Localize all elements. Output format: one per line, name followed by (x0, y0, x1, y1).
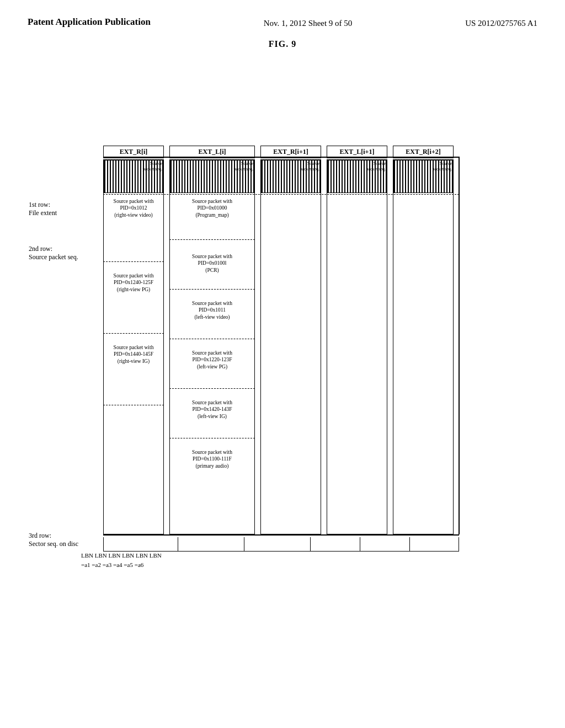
bracket-top-line (103, 157, 459, 158)
seq-label-ri2: Source packet seq. (393, 161, 453, 172)
patent-number: US 2012/0275765 A1 (465, 17, 537, 28)
pkt-li-6: Source packet withPID=0x1100-111F(primar… (170, 449, 254, 469)
pkt-li-2: Source packet withPID=0x0100l(PCR) (170, 253, 254, 274)
col-box-ext-ri1 (260, 159, 321, 534)
page-header: Patent Application Publication Nov. 1, 2… (0, 0, 565, 34)
bracket-right-line (459, 157, 460, 534)
dashed-row2-bottom (103, 534, 459, 535)
figure-title: FIG. 9 (0, 39, 565, 49)
pkt-li-4: Source packet withPID=0x1220-123F(left-v… (170, 350, 254, 370)
col-box-ext-ri2 (393, 159, 454, 534)
seq-label-ri: Source packet seq. (104, 161, 163, 172)
dash-ri-2 (103, 333, 164, 334)
row3-label: 3rd row: Sector seq. on disc (29, 532, 78, 548)
dash-li-4 (169, 388, 255, 389)
seq-label-li1: Source packet seq. (327, 161, 387, 172)
publication-title: Patent Application Publication (28, 17, 151, 28)
dash-li-2 (169, 289, 255, 290)
lbn-tick-2 (178, 537, 178, 551)
dash-ri-3 (103, 405, 164, 405)
dash-li-5 (169, 438, 255, 438)
lbn-tick-3 (244, 537, 244, 551)
dash-li-3 (169, 339, 255, 339)
lbn-tick-5 (360, 537, 360, 551)
lbn-labels: LBN LBN LBN LBN LBN LBN =a1 =a2 =a3 =a4 … (81, 551, 162, 569)
pkt-ri-2: Source packet withPID=0x1240-125F(right-… (104, 272, 163, 293)
pkt-li-5: Source packet withPID=0x1420-143F(left-v… (170, 399, 254, 420)
pkt-li-3: Source packet withPID=0x1011(left-view v… (170, 300, 254, 320)
col-box-ext-li1 (327, 159, 387, 534)
lbn-hline (103, 551, 459, 552)
diagram-area: 1st row: File extent 2nd row: Source pac… (29, 57, 536, 692)
pkt-li-1: Source packet withPID=0x01000(Program_ma… (170, 198, 254, 218)
row2-label: 2nd row: Source packet seq. (29, 245, 78, 261)
row1-label: 1st row: File extent (29, 201, 57, 217)
publication-date-sheet: Nov. 1, 2012 Sheet 9 of 50 (264, 17, 353, 28)
dashed-row2-top (103, 194, 459, 195)
lbn-tick-4 (310, 537, 311, 551)
dash-ri-1 (103, 261, 164, 262)
pkt-ri-3: Source packet withPID=0x1440-145F(right-… (104, 344, 163, 365)
seq-label-ri1: Source packet seq. (261, 161, 321, 172)
pkt-ri-1: Source packet withPID=0x1012(right-view … (104, 198, 163, 218)
lbn-tick-7 (459, 537, 459, 551)
dash-li-1 (169, 239, 255, 240)
seq-label-li: Source packet seq. (170, 161, 254, 172)
lbn-tick-6 (409, 537, 410, 551)
lbn-tick-1 (103, 537, 104, 551)
